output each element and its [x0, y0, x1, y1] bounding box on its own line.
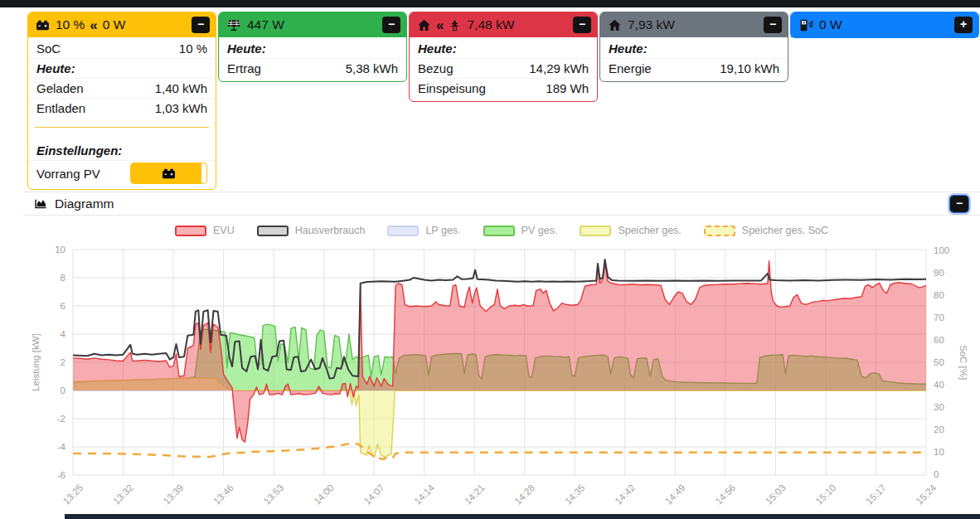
card-row-heute-: Heute:: [28, 58, 216, 78]
chart-area-icon: [33, 197, 48, 211]
card-row-bezug: Bezug14,29 kWh: [410, 58, 597, 78]
x-tick-label: 14:21: [463, 483, 487, 507]
row-label: Ertrag: [227, 61, 261, 75]
card-battery-body: SoC10 %Heute:Geladen1,40 kWhEntladen1,03…: [28, 37, 216, 189]
row-label: Geladen: [36, 81, 84, 95]
y-right-tick-label: 30: [934, 402, 944, 412]
card-pv-header: 447 W−: [219, 12, 406, 37]
collapse-button[interactable]: −: [192, 17, 210, 33]
vorrang-pv-button[interactable]: [130, 162, 207, 184]
row-label: SoC: [36, 41, 61, 56]
row-label: Heute:: [227, 41, 266, 56]
row-label: Bezug: [418, 61, 454, 75]
row-label: Einstellungen:: [36, 143, 122, 158]
series-area-evu: [73, 261, 926, 442]
row-label: Entladen: [36, 101, 85, 115]
card-row-entladen: Entladen1,03 kWh: [28, 98, 216, 118]
diagram-collapse-button[interactable]: −: [950, 196, 968, 212]
collapse-button[interactable]: −: [764, 17, 782, 33]
series-line-speicher-ges-soc: [73, 444, 926, 459]
top-bar: [0, 0, 980, 7]
card-row-geladen: Geladen1,40 kWh: [28, 78, 216, 98]
card-wallbox: 0 W+: [790, 12, 979, 38]
card-row-einspeisung: Einspeisung189 Wh: [410, 78, 597, 98]
bottom-bar: [65, 514, 980, 519]
y-right-tick-label: 0: [934, 469, 939, 479]
card-wallbox-header: 0 W+: [791, 12, 978, 37]
collapse-button[interactable]: +: [954, 17, 973, 33]
card-grid: «7,48 kW−Heute:Bezug14,29 kWhEinspeisung…: [409, 12, 598, 102]
y-left-tick-label: 10: [55, 245, 65, 255]
y-left-tick-label: -6: [57, 470, 65, 480]
charger-icon: [798, 18, 813, 32]
x-tick-label: 14:00: [312, 483, 336, 507]
legend-label: EVU: [213, 225, 235, 236]
legend-swatch: [175, 226, 206, 236]
legend-swatch: [704, 226, 735, 236]
row-value: 19,10 kWh: [720, 61, 779, 75]
collapse-button[interactable]: −: [573, 17, 591, 33]
card-row-energie: Energie19,10 kWh: [600, 58, 788, 78]
legend-label: LP ges.: [425, 225, 460, 236]
x-tick-label: 14:49: [663, 483, 687, 507]
card-pv: 447 W−Heute:Ertrag5,38 kWh: [218, 12, 407, 82]
card-battery-header: 10 %«0 W−: [28, 12, 216, 37]
card-grid-header: «7,48 kW−: [410, 12, 597, 37]
row-value: 1,03 kWh: [155, 101, 207, 115]
y-right-tick-label: 60: [934, 335, 944, 345]
card-house-header: 7,93 kW−: [600, 12, 788, 37]
y-left-axis-title: Leistung [kW]: [31, 333, 41, 391]
card-header-value: 447 W: [247, 17, 284, 32]
card-row-heute-: Heute:: [600, 38, 788, 58]
legend-item-evu: EVU: [175, 225, 235, 236]
legend-swatch: [257, 226, 289, 236]
legend-label: Speicher ges.: [618, 225, 681, 236]
card-header-value: 7,93 kW: [628, 17, 675, 32]
card-header-value: 7,48 kW: [467, 17, 514, 32]
y-right-tick-label: 80: [934, 290, 944, 300]
card-row-einstellungen-: Einstellungen:: [28, 140, 216, 160]
diagram-title: Diagramm: [55, 196, 114, 211]
angles-left-icon: «: [436, 18, 444, 32]
row-value: 5,38 kWh: [346, 61, 398, 75]
legend-item-hausverbrauch: Hausverbrauch: [257, 225, 366, 236]
diagram-header: Diagramm −: [23, 192, 980, 216]
row-value: 14,29 kWh: [529, 61, 589, 75]
row-value: 10 %: [179, 41, 207, 56]
battery-icon: [162, 167, 176, 181]
card-header-value: 0 W: [819, 17, 842, 32]
y-right-tick-label: 20: [934, 424, 944, 434]
x-tick-label: 15:24: [915, 483, 939, 507]
row-value: 1,40 kWh: [155, 81, 207, 95]
y-left-tick-label: 2: [61, 357, 65, 367]
legend-item-speicher-ges-soc: Speicher ges. SoC: [704, 225, 828, 236]
row-label: Vorrang PV: [36, 167, 100, 181]
card-house-body: Heute:Energie19,10 kWh: [600, 37, 788, 81]
home-icon: [417, 18, 431, 32]
y-right-tick-label: 70: [934, 313, 944, 323]
card-row-ertrag: Ertrag5,38 kWh: [219, 58, 406, 78]
row-label: Energie: [609, 61, 652, 75]
y-left-tick-label: 4: [61, 329, 66, 339]
legend-label: PV ges.: [522, 225, 558, 236]
x-tick-label: 14:14: [412, 483, 436, 507]
card-pv-body: Heute:Ertrag5,38 kWh: [219, 37, 406, 81]
legend-label: Hausverbrauch: [295, 225, 366, 236]
y-left-tick-label: -2: [57, 414, 65, 424]
y-left-tick-label: -4: [57, 442, 66, 452]
x-tick-label: 13:46: [211, 483, 235, 507]
tower-icon: [449, 18, 461, 32]
x-tick-label: 13:39: [162, 483, 186, 507]
x-tick-label: 14:42: [613, 483, 637, 507]
y-right-tick-label: 90: [934, 268, 944, 278]
card-grid-body: Heute:Bezug14,29 kWhEinspeisung189 Wh: [410, 37, 597, 101]
y-left-tick-label: 6: [61, 301, 65, 311]
power-chart: 1086420-2-4-6100908070605040302010013:25…: [23, 216, 980, 519]
home-icon: [608, 18, 622, 32]
y-left-tick-label: 0: [61, 386, 65, 395]
collapse-button[interactable]: −: [382, 17, 400, 33]
legend-item-speicher-ges-: Speicher ges.: [580, 225, 681, 236]
card-header-value: 10 %: [56, 17, 85, 32]
legend-swatch: [483, 226, 515, 236]
y-right-tick-label: 100: [934, 245, 949, 255]
